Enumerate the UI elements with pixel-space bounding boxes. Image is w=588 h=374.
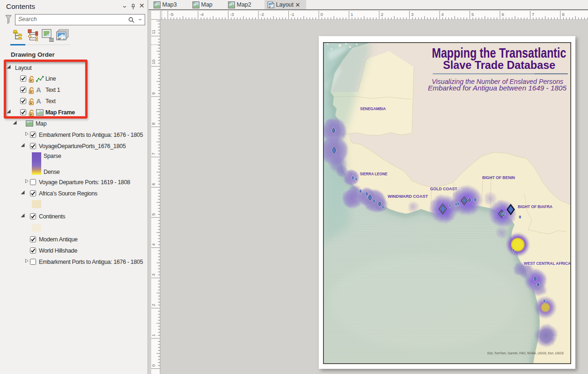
svg-text:3: 3 bbox=[411, 12, 413, 17]
svg-text:BIGHT OF BIAFRA: BIGHT OF BIAFRA bbox=[518, 205, 552, 209]
svg-text:5: 5 bbox=[151, 213, 156, 216]
svg-text:2: 2 bbox=[151, 304, 156, 306]
svg-text:-5: -5 bbox=[169, 12, 173, 17]
svg-text:11: 11 bbox=[151, 30, 156, 34]
svg-text:0: 0 bbox=[151, 364, 156, 367]
svg-text:5: 5 bbox=[471, 12, 474, 17]
svg-text:-1: -1 bbox=[290, 12, 294, 17]
svg-text:7: 7 bbox=[532, 12, 534, 17]
svg-text:4: 4 bbox=[441, 12, 444, 17]
svg-text:7: 7 bbox=[151, 153, 156, 155]
svg-text:6: 6 bbox=[502, 12, 504, 17]
svg-text:8: 8 bbox=[562, 12, 565, 17]
svg-text:BIGHT OF BENIN: BIGHT OF BENIN bbox=[482, 176, 515, 180]
svg-text:-3: -3 bbox=[230, 12, 234, 17]
svg-text:Embarked for Antigua between 1: Embarked for Antigua between 1649 - 1805 bbox=[428, 84, 567, 92]
svg-text:-4: -4 bbox=[200, 12, 204, 17]
svg-text:3: 3 bbox=[151, 274, 156, 276]
svg-text:Slave Trade Database: Slave Trade Database bbox=[443, 59, 555, 71]
svg-text:Mapping the Transatlantic: Mapping the Transatlantic bbox=[432, 45, 566, 60]
svg-text:WEST CENTRAL AFRICA: WEST CENTRAL AFRICA bbox=[524, 262, 571, 266]
svg-text:1: 1 bbox=[351, 12, 353, 17]
svg-text:SENEGAMBIA: SENEGAMBIA bbox=[360, 107, 386, 111]
svg-text:1: 1 bbox=[151, 334, 156, 337]
svg-text:2: 2 bbox=[381, 12, 383, 17]
svg-text:8: 8 bbox=[151, 122, 156, 125]
svg-text:-2: -2 bbox=[260, 12, 264, 17]
svg-text:6: 6 bbox=[151, 183, 156, 185]
svg-text:4: 4 bbox=[151, 243, 156, 246]
svg-text:GOLD COAST: GOLD COAST bbox=[430, 187, 457, 191]
svg-text:SIERRA LEONE: SIERRA LEONE bbox=[360, 172, 388, 176]
svg-text:10: 10 bbox=[151, 60, 156, 65]
svg-text:WINDWARD COAST: WINDWARD COAST bbox=[388, 194, 428, 199]
svg-text:Esri, TomTom, Garmin, FAO, NOA: Esri, TomTom, Garmin, FAO, NOAA, USGS, E… bbox=[487, 352, 564, 355]
svg-text:0: 0 bbox=[321, 12, 323, 17]
svg-text:9: 9 bbox=[151, 92, 156, 95]
